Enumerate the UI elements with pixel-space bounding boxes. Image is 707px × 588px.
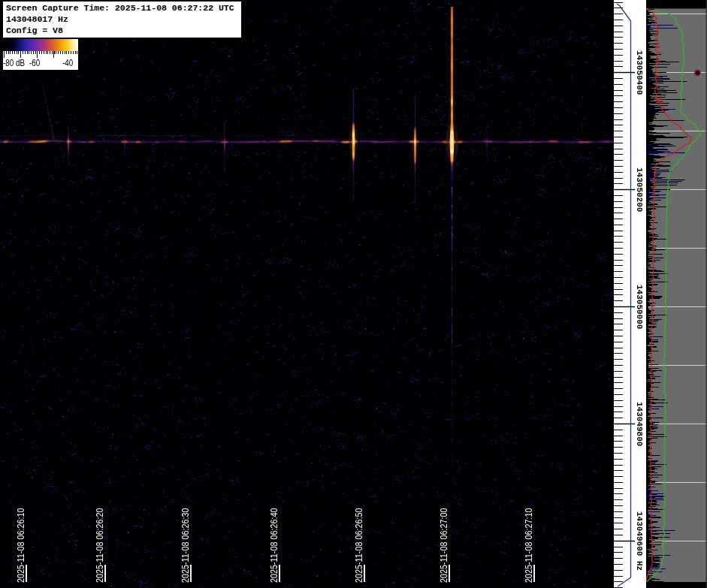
frequency-label-4: 143049600 Hz bbox=[635, 511, 643, 571]
capture-time-text: Screen Capture Time: 2025-11-08 06:27:22… bbox=[6, 2, 239, 14]
time-label-2: 2025-11-08 06:26:30 bbox=[180, 508, 190, 583]
spectrum-graph-panel bbox=[646, 0, 707, 588]
time-label-3: 2025-11-08 06:26:40 bbox=[269, 508, 279, 583]
config-text: Config = V8 bbox=[6, 25, 239, 36]
db-label-60: -60 bbox=[29, 58, 40, 68]
time-label-4: 2025-11-08 06:26:50 bbox=[354, 508, 364, 583]
frequency-label-2: 143050000 bbox=[635, 285, 643, 329]
time-label-0: 2025-11-08 06:26:10 bbox=[16, 508, 26, 583]
waterfall-spectrogram bbox=[0, 0, 614, 588]
capture-info-box: Screen Capture Time: 2025-11-08 06:27:22… bbox=[2, 2, 241, 38]
db-label-40: -40 bbox=[62, 58, 73, 68]
frequency-label-0: 143050400 bbox=[635, 50, 643, 95]
db-label-80: -80 dB bbox=[3, 58, 25, 68]
time-label-6: 2025-11-08 06:27:10 bbox=[524, 508, 533, 583]
time-label-1: 2025-11-08 06:26:20 bbox=[95, 508, 104, 583]
screen-capture: 2025-11-08 06:26:102025-11-08 06:26:2020… bbox=[0, 0, 707, 588]
frequency-ruler: 1430504001430502001430500001430498001430… bbox=[614, 0, 646, 588]
color-scale-labels: -80 dB -60 -40 bbox=[3, 57, 78, 70]
color-scale-gradient bbox=[3, 39, 78, 51]
frequency-label-1: 143050200 bbox=[635, 167, 643, 212]
time-label-5: 2025-11-08 06:27:00 bbox=[439, 508, 449, 583]
frequency-label-3: 143049800 bbox=[635, 402, 643, 446]
center-frequency-text: 143048017 Hz bbox=[6, 14, 239, 25]
db-color-legend: -80 dB -60 -40 bbox=[3, 39, 78, 70]
